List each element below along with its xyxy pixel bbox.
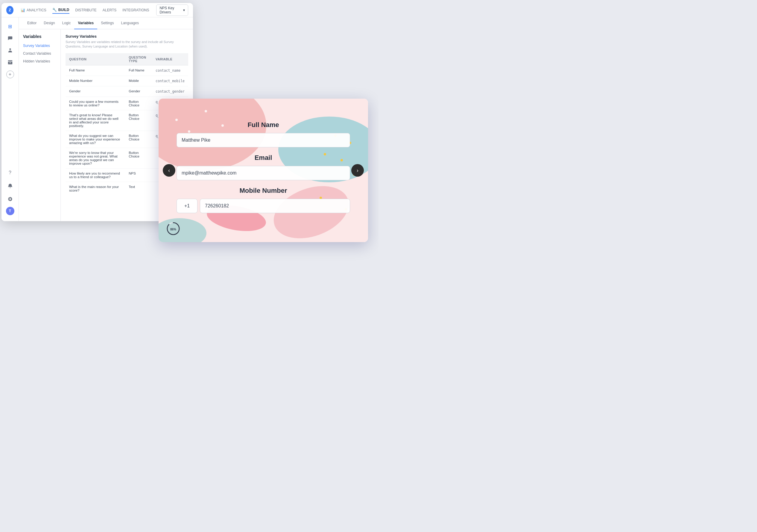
sidebar-icon-chat[interactable] [5,33,15,43]
nav-right: NPS Key Drivers ▾ [156,5,188,16]
cell-type: Button Choice [125,110,152,130]
table-row: Full Name Full Name contact_name [66,65,188,76]
section-title: Survey Variables [66,34,188,39]
chevron-left-icon: ‹ [168,167,170,174]
cell-type: NPS [125,168,152,182]
section-description: Survey Variables are variables related t… [66,40,188,49]
nav-items: 📊 ANALYTICS 🔧 BUILD DISTRIBUTE ALERTS IN… [21,7,149,14]
phone-row [176,199,350,213]
cell-variable: contact_mobile [152,76,188,86]
full-name-label: Full Name [248,121,279,129]
cell-type: Mobile [125,76,152,86]
cell-question: Could you spare a few moments to review … [66,97,125,110]
survey-dropdown[interactable]: NPS Key Drivers ▾ [156,5,188,16]
cell-question: That's great to know! Please select what… [66,110,125,130]
full-name-input[interactable] [176,133,350,147]
col-variable: VARIABLE [152,53,188,66]
sidebar-icon-user[interactable] [5,45,15,56]
nav-alerts[interactable]: ALERTS [103,7,116,14]
tab-design[interactable]: Design [40,17,58,29]
sidebar-icon-settings[interactable] [5,194,15,205]
cell-variable: contact_gender [152,86,188,97]
preview-content: Full Name Email Mobile Number [159,98,368,242]
nav-integrations[interactable]: INTEGRATIONS [122,7,149,14]
cell-question: Mobile Number [66,76,125,86]
cell-variable: contact_name [152,65,188,76]
sidebar-item-hidden-variables[interactable]: Hidden Variables [19,57,60,65]
table-header: QUESTION QUESTION TYPE VARIABLE [66,53,188,66]
build-icon: 🔧 [52,8,57,12]
table-row: Mobile Number Mobile contact_mobile [66,76,188,86]
sidebar-bottom: ? T [5,167,15,218]
tab-languages[interactable]: Languages [117,17,142,29]
cell-type: Full Name [125,65,152,76]
cell-type: Button Choice [125,148,152,168]
cell-type: Button Choice [125,97,152,110]
cell-type: Gender [125,86,152,97]
tab-variables[interactable]: Variables [74,17,97,29]
cell-type: Text [125,182,152,195]
tab-editor[interactable]: Editor [24,17,40,29]
nav-distribute[interactable]: DISTRIBUTE [76,7,97,14]
nav-build[interactable]: 🔧 BUILD [52,7,70,14]
cell-question: We're sorry to know that your experience… [66,148,125,168]
add-button[interactable]: + [6,70,14,78]
sidebar-icon-inbox[interactable] [5,57,15,68]
mobile-label: Mobile Number [240,187,287,195]
col-question-type: QUESTION TYPE [125,53,152,66]
col-question: QUESTION [66,53,125,66]
app-logo: Z [6,6,14,14]
chevron-down-icon: ▾ [183,8,185,12]
cell-question: What is the main reason for your score? [66,182,125,195]
tab-logic[interactable]: Logic [59,17,75,29]
phone-number-input[interactable] [200,199,350,213]
progress-label: 86% [170,228,176,231]
sidebar-icon-grid[interactable]: ⊞ [5,21,15,32]
variables-title: Variables [19,34,60,42]
tab-settings[interactable]: Settings [97,17,117,29]
preview-prev-button[interactable]: ‹ [163,164,175,177]
cell-question: What do you suggest we can improve to ma… [66,130,125,148]
sidebar-icon-help[interactable]: ? [5,167,15,178]
user-avatar[interactable]: T [6,207,15,215]
sub-nav: Editor Design Logic Variables Settings L… [19,17,193,29]
chevron-right-icon: › [357,167,358,174]
analytics-icon: 📊 [21,8,25,12]
cell-question: Full Name [66,65,125,76]
sidebar-item-contact-variables[interactable]: Contact Variables [19,50,60,57]
nav-analytics[interactable]: 📊 ANALYTICS [21,7,46,14]
phone-prefix-input[interactable] [176,199,197,213]
preview-window: ‹ › Full Name Email Mobile Number 86% [159,98,368,242]
sidebar: ⊞ + ? T [2,17,19,221]
sidebar-icon-notifications[interactable] [5,181,15,191]
variables-sidebar: Variables Survey Variables Contact Varia… [19,29,61,221]
sidebar-item-survey-variables[interactable]: Survey Variables [19,42,60,50]
top-nav: Z 📊 ANALYTICS 🔧 BUILD DISTRIBUTE ALERTS … [2,3,193,17]
email-label: Email [255,154,272,162]
progress-circle: 86% [166,221,181,237]
cell-question: How likely are you to recommend us to a … [66,168,125,182]
email-input[interactable] [176,166,350,180]
preview-next-button[interactable]: › [351,164,364,177]
cell-question: Gender [66,86,125,97]
cell-type: Button Choice [125,130,152,148]
table-row: Gender Gender contact_gender [66,86,188,97]
